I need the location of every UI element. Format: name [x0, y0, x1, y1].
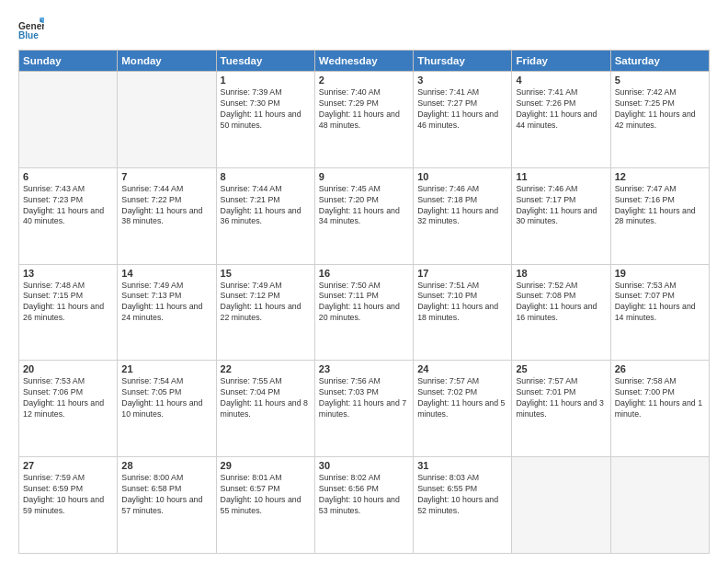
calendar-week-2: 13Sunrise: 7:48 AM Sunset: 7:15 PM Dayli… — [19, 264, 710, 361]
day-info: Sunrise: 7:49 AM Sunset: 7:12 PM Dayligh… — [221, 281, 311, 325]
calendar-cell: 30Sunrise: 8:02 AM Sunset: 6:56 PM Dayli… — [314, 457, 413, 554]
day-number: 26 — [615, 363, 705, 374]
day-info: Sunrise: 7:48 AM Sunset: 7:15 PM Dayligh… — [23, 281, 113, 325]
calendar-header-monday: Monday — [118, 51, 216, 72]
day-info: Sunrise: 8:00 AM Sunset: 6:58 PM Dayligh… — [121, 473, 211, 517]
day-number: 9 — [319, 171, 409, 182]
day-info: Sunrise: 7:47 AM Sunset: 7:16 PM Dayligh… — [615, 184, 705, 228]
day-info: Sunrise: 7:57 AM Sunset: 7:01 PM Dayligh… — [516, 376, 606, 420]
day-number: 16 — [319, 268, 409, 279]
day-info: Sunrise: 7:56 AM Sunset: 7:03 PM Dayligh… — [319, 376, 409, 420]
calendar-cell: 29Sunrise: 8:01 AM Sunset: 6:57 PM Dayli… — [216, 457, 314, 554]
day-info: Sunrise: 7:57 AM Sunset: 7:02 PM Dayligh… — [417, 376, 507, 420]
day-info: Sunrise: 7:41 AM Sunset: 7:27 PM Dayligh… — [417, 87, 507, 132]
calendar-header-row: SundayMondayTuesdayWednesdayThursdayFrid… — [19, 51, 710, 72]
day-info: Sunrise: 7:39 AM Sunset: 7:30 PM Dayligh… — [221, 87, 311, 132]
calendar-cell: 20Sunrise: 7:53 AM Sunset: 7:06 PM Dayli… — [19, 361, 118, 457]
day-number: 19 — [615, 268, 705, 279]
calendar-cell: 28Sunrise: 8:00 AM Sunset: 6:58 PM Dayli… — [118, 457, 216, 554]
day-info: Sunrise: 7:44 AM Sunset: 7:22 PM Dayligh… — [121, 184, 211, 228]
calendar-cell: 1Sunrise: 7:39 AM Sunset: 7:30 PM Daylig… — [216, 72, 314, 168]
calendar-cell: 14Sunrise: 7:49 AM Sunset: 7:13 PM Dayli… — [118, 264, 216, 361]
calendar-header-wednesday: Wednesday — [314, 51, 413, 72]
calendar-cell — [610, 457, 709, 554]
day-number: 25 — [516, 363, 606, 374]
calendar-cell: 17Sunrise: 7:51 AM Sunset: 7:10 PM Dayli… — [414, 264, 512, 361]
day-number: 28 — [121, 460, 211, 471]
calendar-cell: 5Sunrise: 7:42 AM Sunset: 7:25 PM Daylig… — [610, 72, 709, 168]
day-info: Sunrise: 7:53 AM Sunset: 7:06 PM Dayligh… — [23, 376, 113, 420]
calendar-header-saturday: Saturday — [610, 51, 709, 72]
day-number: 1 — [221, 75, 311, 86]
header: General Blue — [18, 15, 710, 40]
calendar-cell: 8Sunrise: 7:44 AM Sunset: 7:21 PM Daylig… — [216, 167, 314, 264]
day-number: 11 — [516, 171, 606, 182]
day-info: Sunrise: 7:45 AM Sunset: 7:20 PM Dayligh… — [319, 184, 409, 228]
calendar-week-1: 6Sunrise: 7:43 AM Sunset: 7:23 PM Daylig… — [19, 167, 710, 264]
calendar-cell: 18Sunrise: 7:52 AM Sunset: 7:08 PM Dayli… — [512, 264, 610, 361]
calendar-cell: 15Sunrise: 7:49 AM Sunset: 7:12 PM Dayli… — [216, 264, 314, 361]
calendar-cell: 24Sunrise: 7:57 AM Sunset: 7:02 PM Dayli… — [414, 361, 512, 457]
day-info: Sunrise: 7:40 AM Sunset: 7:29 PM Dayligh… — [319, 87, 409, 132]
calendar-cell: 13Sunrise: 7:48 AM Sunset: 7:15 PM Dayli… — [19, 264, 118, 361]
calendar-cell: 19Sunrise: 7:53 AM Sunset: 7:07 PM Dayli… — [610, 264, 709, 361]
calendar-table: SundayMondayTuesdayWednesdayThursdayFrid… — [18, 50, 710, 554]
day-info: Sunrise: 7:52 AM Sunset: 7:08 PM Dayligh… — [516, 281, 606, 325]
day-number: 3 — [417, 75, 507, 86]
calendar-cell: 27Sunrise: 7:59 AM Sunset: 6:59 PM Dayli… — [19, 457, 118, 554]
calendar-cell — [118, 72, 216, 168]
calendar-header-friday: Friday — [512, 51, 610, 72]
calendar-cell: 7Sunrise: 7:44 AM Sunset: 7:22 PM Daylig… — [118, 167, 216, 264]
day-number: 4 — [516, 75, 606, 86]
day-number: 20 — [23, 363, 113, 374]
calendar-header-tuesday: Tuesday — [216, 51, 314, 72]
page: General Blue SundayMondayTuesdayWednesda… — [0, 0, 728, 563]
calendar-cell: 12Sunrise: 7:47 AM Sunset: 7:16 PM Dayli… — [610, 167, 709, 264]
day-number: 24 — [417, 363, 507, 374]
day-info: Sunrise: 7:42 AM Sunset: 7:25 PM Dayligh… — [615, 87, 705, 132]
day-number: 13 — [23, 268, 113, 279]
day-number: 7 — [121, 171, 211, 182]
calendar-week-0: 1Sunrise: 7:39 AM Sunset: 7:30 PM Daylig… — [19, 72, 710, 168]
calendar-cell: 26Sunrise: 7:58 AM Sunset: 7:00 PM Dayli… — [610, 361, 709, 457]
calendar-cell: 22Sunrise: 7:55 AM Sunset: 7:04 PM Dayli… — [216, 361, 314, 457]
day-number: 5 — [615, 75, 705, 86]
calendar-cell: 25Sunrise: 7:57 AM Sunset: 7:01 PM Dayli… — [512, 361, 610, 457]
calendar-week-3: 20Sunrise: 7:53 AM Sunset: 7:06 PM Dayli… — [19, 361, 710, 457]
calendar-cell: 11Sunrise: 7:46 AM Sunset: 7:17 PM Dayli… — [512, 167, 610, 264]
calendar-cell — [19, 72, 118, 168]
day-info: Sunrise: 8:03 AM Sunset: 6:55 PM Dayligh… — [417, 473, 507, 517]
day-info: Sunrise: 7:53 AM Sunset: 7:07 PM Dayligh… — [615, 281, 705, 325]
day-info: Sunrise: 7:49 AM Sunset: 7:13 PM Dayligh… — [121, 281, 211, 325]
day-number: 8 — [221, 171, 311, 182]
day-info: Sunrise: 7:59 AM Sunset: 6:59 PM Dayligh… — [23, 473, 113, 517]
svg-text:Blue: Blue — [18, 30, 39, 40]
day-number: 14 — [121, 268, 211, 279]
day-number: 22 — [221, 363, 311, 374]
day-number: 29 — [221, 460, 311, 471]
day-info: Sunrise: 7:41 AM Sunset: 7:26 PM Dayligh… — [516, 87, 606, 132]
day-number: 15 — [221, 268, 311, 279]
calendar-cell: 23Sunrise: 7:56 AM Sunset: 7:03 PM Dayli… — [314, 361, 413, 457]
day-info: Sunrise: 7:58 AM Sunset: 7:00 PM Dayligh… — [615, 376, 705, 420]
day-number: 21 — [121, 363, 211, 374]
day-info: Sunrise: 7:44 AM Sunset: 7:21 PM Dayligh… — [221, 184, 311, 228]
calendar-cell: 31Sunrise: 8:03 AM Sunset: 6:55 PM Dayli… — [414, 457, 512, 554]
day-number: 23 — [319, 363, 409, 374]
day-number: 30 — [319, 460, 409, 471]
day-number: 31 — [417, 460, 507, 471]
day-number: 2 — [319, 75, 409, 86]
calendar-header-sunday: Sunday — [19, 51, 118, 72]
calendar-cell: 10Sunrise: 7:46 AM Sunset: 7:18 PM Dayli… — [414, 167, 512, 264]
day-number: 6 — [23, 171, 113, 182]
day-info: Sunrise: 7:50 AM Sunset: 7:11 PM Dayligh… — [319, 281, 409, 325]
day-info: Sunrise: 7:46 AM Sunset: 7:17 PM Dayligh… — [516, 184, 606, 228]
calendar-cell — [512, 457, 610, 554]
calendar-cell: 4Sunrise: 7:41 AM Sunset: 7:26 PM Daylig… — [512, 72, 610, 168]
day-info: Sunrise: 7:55 AM Sunset: 7:04 PM Dayligh… — [221, 376, 311, 420]
calendar-cell: 21Sunrise: 7:54 AM Sunset: 7:05 PM Dayli… — [118, 361, 216, 457]
logo: General Blue — [18, 15, 48, 40]
calendar-cell: 16Sunrise: 7:50 AM Sunset: 7:11 PM Dayli… — [314, 264, 413, 361]
day-info: Sunrise: 7:46 AM Sunset: 7:18 PM Dayligh… — [417, 184, 507, 228]
calendar-cell: 3Sunrise: 7:41 AM Sunset: 7:27 PM Daylig… — [414, 72, 512, 168]
